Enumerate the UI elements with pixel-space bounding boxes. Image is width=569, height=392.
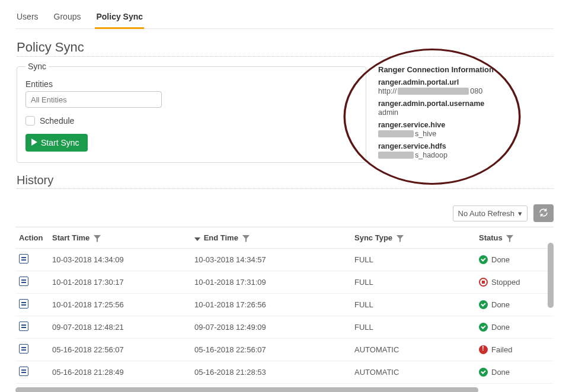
hdfs-key: ranger.service.hdfs (378, 142, 551, 150)
portal-url-value: http:// 080 (378, 87, 551, 95)
history-table: Action Start Time End Time Sync Type (15, 227, 554, 384)
tab-groups[interactable]: Groups (53, 8, 82, 28)
status-text: Stopped (491, 278, 520, 287)
cell-sync-type: FULL (351, 249, 475, 271)
col-end-time[interactable]: End Time (191, 227, 351, 249)
cell-sync-type: FULL (351, 294, 475, 316)
redacted-icon (398, 88, 469, 95)
status-done-icon (479, 255, 488, 264)
entities-label: Entities (25, 79, 357, 89)
filter-icon (397, 235, 404, 242)
schedule-label: Schedule (40, 116, 74, 126)
table-row: 10-03-2018 14:34:0910-03-2018 14:34:57FU… (15, 249, 554, 271)
status-failed-icon (479, 345, 488, 354)
portal-url-key: ranger.admin.portal.url (378, 78, 551, 86)
table-row: 10-01-2018 17:30:1710-01-2018 17:31:09FU… (15, 271, 554, 294)
cell-start-time: 05-16-2018 21:28:49 (49, 361, 191, 384)
page-title: Policy Sync (17, 40, 554, 57)
hive-key: ranger.service.hive (378, 121, 551, 129)
cell-end-time: 10-01-2018 17:31:09 (191, 271, 351, 294)
cell-end-time: 10-03-2018 14:34:57 (191, 249, 351, 271)
details-icon[interactable] (19, 299, 28, 309)
hdfs-value: s_hadoop (378, 151, 551, 159)
table-header-row: Action Start Time End Time Sync Type (15, 227, 554, 249)
details-icon[interactable] (19, 367, 28, 376)
table-row: 05-16-2018 21:28:4905-16-2018 21:28:53AU… (15, 361, 554, 384)
ranger-info-panel: Ranger Connection Information ranger.adm… (376, 62, 554, 163)
filter-icon (94, 235, 101, 242)
status-text: Done (491, 368, 510, 377)
tab-users[interactable]: Users (15, 8, 40, 28)
cell-start-time: 10-01-2018 17:30:17 (49, 271, 191, 294)
cell-end-time: 05-16-2018 22:56:07 (191, 339, 351, 361)
details-icon[interactable] (19, 254, 28, 264)
details-icon[interactable] (19, 277, 28, 286)
details-icon[interactable] (19, 322, 28, 331)
top-tabs: Users Groups Policy Sync (15, 6, 554, 29)
sync-panel: Sync Entities Schedule Start Sync (17, 62, 366, 163)
cell-status: Done (479, 300, 550, 309)
cell-start-time: 05-16-2018 22:56:07 (49, 339, 191, 361)
cell-sync-type: FULL (351, 316, 475, 339)
play-icon (31, 138, 37, 147)
sync-legend: Sync (25, 62, 49, 71)
status-text: Done (491, 323, 510, 332)
auto-refresh-select[interactable]: No Auto Refresh ▾ (453, 205, 528, 221)
cell-start-time: 09-07-2018 12:48:21 (49, 316, 191, 339)
cell-start-time: 10-01-2018 17:25:56 (49, 294, 191, 316)
redacted-icon (378, 152, 414, 159)
cell-status: Done (479, 323, 550, 332)
status-stopped-icon (479, 278, 488, 287)
table-row: 05-16-2018 22:56:0705-16-2018 22:56:07AU… (15, 339, 554, 361)
cell-end-time: 05-16-2018 21:28:53 (191, 361, 351, 384)
status-done-icon (479, 300, 488, 309)
start-sync-label: Start Sync (41, 138, 79, 147)
vertical-scrollbar[interactable] (548, 243, 554, 308)
status-done-icon (479, 323, 488, 332)
cell-sync-type: AUTOMATIC (351, 339, 475, 361)
filter-icon (242, 235, 250, 242)
tab-policy-sync[interactable]: Policy Sync (95, 8, 144, 29)
table-row: 10-01-2018 17:25:5610-01-2018 17:26:56FU… (15, 294, 554, 316)
cell-sync-type: FULL (351, 271, 475, 294)
schedule-checkbox[interactable] (25, 116, 35, 126)
status-text: Done (491, 255, 510, 264)
chevron-down-icon: ▾ (518, 209, 522, 218)
sort-desc-icon (194, 236, 200, 242)
status-text: Failed (491, 345, 512, 354)
cell-end-time: 10-01-2018 17:26:56 (191, 294, 351, 316)
start-sync-button[interactable]: Start Sync (25, 134, 88, 152)
portal-user-key: ranger.admin.portal.username (378, 99, 551, 108)
filter-icon (506, 235, 513, 242)
cell-status: Done (479, 368, 550, 377)
status-text: Done (491, 300, 510, 309)
details-icon[interactable] (19, 344, 28, 354)
history-title: History (17, 173, 554, 189)
auto-refresh-label: No Auto Refresh (458, 209, 514, 218)
col-start-time[interactable]: Start Time (49, 227, 191, 249)
cell-end-time: 09-07-2018 12:49:09 (191, 316, 351, 339)
cell-status: Failed (479, 345, 550, 354)
status-done-icon (479, 368, 488, 377)
history-toolbar: No Auto Refresh ▾ (15, 204, 554, 222)
col-sync-type[interactable]: Sync Type (351, 227, 475, 249)
ranger-info-heading: Ranger Connection Information (378, 65, 551, 74)
table-row: 09-07-2018 12:48:2109-07-2018 12:49:09FU… (15, 316, 554, 339)
entities-input[interactable] (25, 91, 162, 108)
col-action[interactable]: Action (15, 227, 49, 249)
portal-user-value: admin (378, 108, 551, 117)
horizontal-scrollbar[interactable] (15, 387, 478, 392)
cell-sync-type: AUTOMATIC (351, 361, 475, 384)
hive-value: s_hive (378, 130, 551, 138)
cell-status: Stopped (479, 278, 550, 287)
refresh-button[interactable] (533, 204, 554, 222)
cell-start-time: 10-03-2018 14:34:09 (49, 249, 191, 271)
refresh-icon (538, 207, 549, 220)
cell-status: Done (479, 255, 550, 264)
redacted-icon (378, 130, 414, 137)
col-status[interactable]: Status (475, 227, 554, 249)
